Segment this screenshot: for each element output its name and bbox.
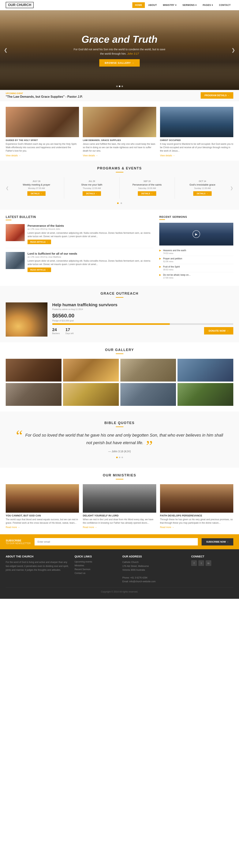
backers-stat: 24 Backers xyxy=(52,327,60,335)
footer-about-title: ABOUT THE CHURCH xyxy=(6,555,69,558)
nav-item-sermons[interactable]: SERMONS ▾ xyxy=(180,2,199,8)
program-time-3: Saturday 10:00 AM xyxy=(123,187,171,189)
gallery-img-7[interactable] xyxy=(120,383,176,406)
prog-dot-1[interactable] xyxy=(117,203,119,204)
gallery-img-3[interactable] xyxy=(120,359,176,381)
footer-links-title: QUICK LINKS xyxy=(74,555,117,558)
article-image-2 xyxy=(6,252,25,269)
subscribe-section: SUBSCRIBE TO OUR NEWSLETTER SUBSCRIBE NO… xyxy=(0,534,239,549)
bible-quotes-divider xyxy=(116,427,123,427)
footer-link-ministries[interactable]: Ministries xyxy=(74,564,84,567)
ministries-title: OUR MINISTRIES xyxy=(6,473,233,477)
sermon-duration-1: 74:53 mins xyxy=(163,252,173,254)
ministries-grid: YOU CANNOT, BUT GOD CAN The world says t… xyxy=(6,484,233,529)
days-stat: 17 Days left xyxy=(65,327,74,335)
program-name-4: God's irresistable grace xyxy=(179,183,226,186)
program-btn-1[interactable]: DETAILS → xyxy=(27,191,46,196)
ministry-image-2 xyxy=(83,484,156,513)
program-btn-4[interactable]: DETAILS → xyxy=(193,191,211,196)
ministry-link-2[interactable]: Read more → xyxy=(83,526,97,529)
quote-dot-2[interactable] xyxy=(119,457,120,458)
sermon-arrow-icon-3: ▶ xyxy=(159,265,161,268)
hero-prev-arrow[interactable]: ❮ xyxy=(4,48,8,53)
program-item-4: OCT 14 God's irresistable grace Sunday 1… xyxy=(175,177,230,199)
program-date-2: JUL 29 xyxy=(68,180,115,182)
featured-label-2: LAW DEMANDS; GRACE SUPPLIES xyxy=(83,139,156,141)
program-btn-3[interactable]: DETAILS → xyxy=(138,191,156,196)
outreach-image xyxy=(6,303,48,337)
footer-link-contact[interactable]: Contact us xyxy=(74,572,85,575)
program-item-1: JULY 16 Weekly meeting & prayer Monday 0… xyxy=(9,177,64,199)
program-btn-2[interactable]: DETAILS → xyxy=(83,191,101,196)
quote-open-mark: “ xyxy=(16,432,23,439)
nav-item-ministry[interactable]: MINISTRY ▾ xyxy=(160,2,179,8)
hero-dot-1[interactable] xyxy=(116,86,118,87)
nav-item-about[interactable]: ABOUT xyxy=(146,2,159,8)
sermon-name-4[interactable]: Do not be afraid; keep on... xyxy=(163,274,190,276)
sermon-name-3[interactable]: Fruit of the Spirit xyxy=(163,266,180,268)
footer-link-upcoming[interactable]: Upcoming events xyxy=(74,560,92,563)
brand-logo[interactable]: OUR CHURCH xyxy=(6,2,34,8)
ministry-image-3 xyxy=(160,484,233,513)
gallery-img-6[interactable] xyxy=(63,383,119,406)
footer-address-city: Victoria 3000 Australia xyxy=(122,568,186,572)
hero-next-arrow[interactable]: ❯ xyxy=(231,48,235,53)
quote-dot-1[interactable] xyxy=(116,457,118,458)
gallery-img-4[interactable] xyxy=(178,359,233,381)
program-time-4: Sunday 11:00 AM xyxy=(179,187,226,189)
ministry-desc-1: The world says that blood and sweat equa… xyxy=(6,518,79,525)
gallery-title: OUR GALLERY xyxy=(6,348,233,352)
sermon-name-1[interactable]: Heavens and the earth xyxy=(163,249,186,252)
hero-content: Grace and Truth For God did not send his… xyxy=(68,30,171,70)
subscribe-label: SUBSCRIBE xyxy=(6,539,31,542)
footer-link-sermon[interactable]: Recent Sermon xyxy=(74,568,90,571)
outreach-progress-fill xyxy=(52,323,170,325)
prog-dot-2[interactable] xyxy=(121,203,122,204)
programs-prev-arrow[interactable]: ❮ xyxy=(6,186,9,190)
ministries-section: OUR MINISTRIES YOU CANNOT, BUT GOD CAN T… xyxy=(0,468,239,534)
quote-dot-3[interactable] xyxy=(121,457,123,458)
article-meta-1: on 17th June 2014 by Vincent John xyxy=(28,228,154,230)
ministry-item-1: YOU CANNOT, BUT GOD CAN The world says t… xyxy=(6,484,79,529)
sermon-arrow-icon-4: ▶ xyxy=(159,273,161,276)
hero-dot-3[interactable] xyxy=(121,86,123,87)
article-headline-2: Lord is Sufficient for all of our needs xyxy=(28,252,154,255)
featured-link-1[interactable]: View details → xyxy=(6,154,21,157)
subscribe-now-button[interactable]: SUBSCRIBE NOW → xyxy=(202,538,233,546)
nav-item-contact[interactable]: CONTACT xyxy=(216,2,233,8)
hero-dot-2[interactable] xyxy=(119,86,120,87)
twitter-icon[interactable]: t xyxy=(198,560,204,566)
programs-next-arrow[interactable]: ❯ xyxy=(230,186,233,190)
sermon-play-button[interactable]: ▶ xyxy=(192,230,200,238)
facebook-icon[interactable]: f xyxy=(191,560,197,566)
gallery-img-1[interactable] xyxy=(6,359,61,381)
read-article-btn-1[interactable]: READ ARTICLE → xyxy=(28,240,51,244)
outreach-section-title: GRACE OUTREACH xyxy=(6,291,233,296)
quote-dots xyxy=(15,457,224,458)
outreach-divider xyxy=(116,297,123,298)
sermon-name-2[interactable]: Prayer and petition xyxy=(163,257,182,260)
sermon-list-item-3: ▶ Fruit of the Spirit 30:53 mins xyxy=(159,264,233,272)
subscribe-email-input[interactable] xyxy=(34,538,198,546)
bulletin-divider xyxy=(6,220,11,220)
nav-item-home[interactable]: HOME xyxy=(132,2,145,8)
program-details-button[interactable]: PROGRAM DETAILS → xyxy=(201,92,233,99)
event-bar-info: UPCOMING EVENT "The Law Demands, but Gra… xyxy=(6,92,83,98)
program-name-3: Perseverance of the saints xyxy=(123,183,171,186)
browse-gallery-button[interactable]: BROWSE GALLERY → xyxy=(99,59,140,67)
featured-desc-3: It may sound good to Mankind to be self-… xyxy=(160,142,233,153)
linkedin-icon[interactable]: in xyxy=(206,560,211,566)
bulletin-title: LATEST BULLETIN xyxy=(6,215,154,219)
outreach-progress-bar xyxy=(52,323,233,325)
donate-now-button[interactable]: DONATE NOW → xyxy=(204,327,233,335)
featured-link-3[interactable]: View details → xyxy=(160,154,175,157)
gallery-img-2[interactable] xyxy=(63,359,119,381)
read-article-btn-2[interactable]: READ ARTICLE → xyxy=(28,268,51,272)
gallery-img-8[interactable] xyxy=(178,383,233,406)
ministry-link-3[interactable]: Read more → xyxy=(160,526,174,529)
featured-image-2 xyxy=(83,107,156,137)
gallery-img-5[interactable] xyxy=(6,383,61,406)
featured-link-2[interactable]: View details → xyxy=(83,154,98,157)
ministry-link-1[interactable]: Read more → xyxy=(6,526,20,529)
nav-item-pages[interactable]: PAGES ▾ xyxy=(200,2,216,8)
